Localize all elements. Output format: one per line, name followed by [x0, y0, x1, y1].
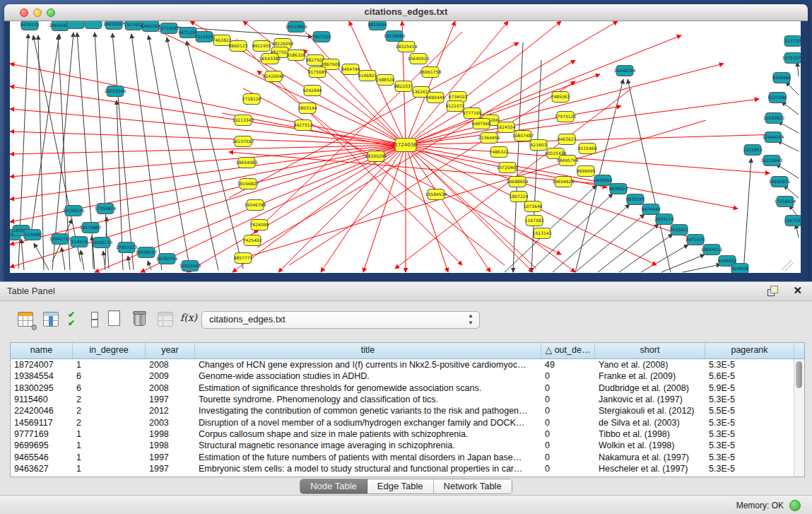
graph-node[interactable]: 9857771	[234, 253, 253, 264]
column-visibility-icon[interactable]	[41, 309, 61, 330]
graph-node[interactable]: 18300295	[365, 151, 387, 162]
function-builder-icon[interactable]: f(x)	[180, 309, 199, 330]
graph-node[interactable]: 18495794	[557, 156, 579, 166]
table-mode-icon[interactable]: ⚙	[16, 309, 35, 330]
close-panel-icon[interactable]: ✕	[793, 284, 802, 297]
column-header-title[interactable]: title	[195, 343, 541, 358]
graph-node[interactable]: 9115460	[578, 144, 597, 154]
graph-node[interactable]: 9463627	[558, 134, 577, 145]
graph-node[interactable]: 7857224	[312, 32, 331, 42]
vertical-scrollbar[interactable]	[794, 359, 804, 477]
table-row[interactable]: 1830029562008Estimation of significance …	[11, 382, 804, 394]
graph-node[interactable]: 115688	[24, 230, 41, 240]
graph-node[interactable]: 12093832	[763, 113, 785, 124]
graph-node[interactable]: 12923468	[180, 261, 201, 271]
graph-node[interactable]: 2933114	[655, 214, 674, 225]
graph-node[interactable]: 16448794	[614, 66, 636, 76]
graph-node[interactable]: 2803144	[298, 103, 317, 114]
graph-node[interactable]: 1724036	[394, 139, 417, 152]
column-header-short[interactable]: short	[595, 343, 705, 358]
window-titlebar[interactable]: citations_edges.txt	[4, 4, 808, 21]
graph-node[interactable]: 1807224	[510, 192, 529, 202]
graph-node[interactable]: 10653267	[103, 21, 125, 30]
graph-node[interactable]: 2718120	[242, 94, 261, 105]
citation-graph[interactable]: 9435572206914061065326715276026466160107…	[10, 21, 801, 273]
graph-node[interactable]: 16975887	[80, 223, 102, 233]
graph-node[interactable]: 19218986	[384, 31, 406, 42]
delete-column-icon[interactable]	[130, 309, 150, 330]
graph-node[interactable]: 20206576	[63, 206, 85, 216]
column-header-name[interactable]: name	[11, 343, 73, 358]
graph-node[interactable]: 12213343	[233, 115, 254, 126]
float-panel-icon[interactable]	[767, 286, 778, 296]
table-row[interactable]: 946554611997Estimation of the future num…	[11, 451, 804, 462]
graph-node[interactable]: 8660123	[229, 41, 248, 52]
scrollbar-thumb[interactable]	[796, 361, 802, 388]
graph-node[interactable]: 10719185	[158, 23, 180, 34]
row-height-icon[interactable]	[85, 309, 105, 330]
memory-indicator-icon[interactable]	[789, 500, 801, 511]
graph-node[interactable]: 21364456	[478, 133, 500, 144]
graph-node[interactable]: 16543382	[259, 54, 281, 64]
graph-node[interactable]: 17975125	[555, 112, 577, 122]
graph-node[interactable]: 1167533	[784, 216, 801, 226]
graph-node[interactable]: 7425402	[243, 235, 262, 246]
table-row[interactable]: 1872400712008Changes of HCN gene express…	[11, 359, 804, 370]
graph-node[interactable]: 8912955	[252, 41, 271, 52]
graph-node[interactable]: 15584534	[425, 189, 447, 200]
graph-node[interactable]: 1513143	[533, 228, 552, 239]
graph-node[interactable]: 8938923	[609, 184, 628, 194]
graph-node[interactable]: 1073646	[524, 201, 543, 212]
graph-node[interactable]: 1167583	[525, 216, 544, 226]
graph-node[interactable]: 19654923	[553, 177, 575, 187]
graph-node[interactable]: 8454749	[341, 64, 360, 75]
graph-node[interactable]: 10688609	[507, 177, 529, 187]
network-canvas[interactable]: 9435572206914061065326715276026466160107…	[10, 21, 801, 273]
graph-node[interactable]: 16107552	[233, 136, 254, 147]
graph-node[interactable]: 17957223	[116, 243, 138, 253]
graph-node[interactable]: 6879197	[626, 194, 645, 205]
graph-node[interactable]: 9777169	[463, 108, 482, 119]
graph-node[interactable]: 8813054	[368, 21, 387, 30]
new-column-icon[interactable]	[105, 309, 124, 330]
graph-node[interactable]: 1527602	[124, 21, 143, 30]
import-table-icon[interactable]	[155, 309, 175, 330]
graph-node[interactable]: 114519	[71, 237, 88, 247]
column-header-out_de[interactable]: △ out_de…	[541, 343, 595, 358]
graph-node[interactable]: 7624099	[250, 220, 269, 230]
column-header-pagerank[interactable]: pagerank	[705, 343, 794, 358]
graph-node[interactable]	[85, 21, 102, 29]
graph-node[interactable]: 18325419	[396, 42, 418, 52]
graph-node[interactable]: 13505135	[91, 238, 113, 248]
table-row[interactable]: 2242004622012Investigating the contribut…	[11, 405, 804, 416]
table-row[interactable]: 969969511998Structural magnetic resonanc…	[11, 440, 804, 451]
graph-node[interactable]: 17016534	[775, 197, 796, 207]
graph-node[interactable]: 9242844	[303, 86, 322, 96]
graph-node[interactable]: 1215953	[743, 145, 763, 156]
graph-node[interactable]: 9474444	[642, 204, 661, 215]
graph-node[interactable]: 1624554	[497, 122, 516, 133]
graph-node[interactable]: 7485063	[551, 92, 570, 103]
graph-node[interactable]: 12444154	[763, 132, 784, 143]
tab-edge-table[interactable]: Edge Table	[367, 479, 434, 493]
select-all-icon[interactable]: ✔✔	[65, 309, 85, 330]
graph-node[interactable]: 111730	[784, 36, 801, 47]
graph-node[interactable]: 7486322	[490, 147, 509, 158]
graph-node[interactable]: 9146821	[358, 71, 377, 81]
graph-node[interactable]: 10807487	[512, 131, 534, 141]
graph-node[interactable]: 1640954	[594, 175, 613, 186]
graph-node[interactable]: 9121072	[446, 101, 465, 112]
graph-node[interactable]: 16210643	[761, 156, 783, 166]
graph-node[interactable]: 16782759	[156, 254, 178, 264]
table-row[interactable]: 911546021997Tourette syndrome. Phenomeno…	[11, 394, 804, 405]
graph-node[interactable]: 6497568	[472, 119, 491, 129]
graph-node[interactable]: 15720407	[497, 163, 519, 173]
graph-node[interactable]: 22420046	[263, 71, 285, 82]
table-selector-dropdown[interactable]: citations_edges.txt ▲▼	[201, 311, 480, 329]
graph-node[interactable]: 9227349	[768, 93, 787, 103]
graph-node[interactable]: 19166827	[237, 179, 259, 189]
table-row[interactable]: 1456911722003Disruption of a novel membe…	[11, 416, 804, 428]
graph-node[interactable]: 9329966	[772, 73, 792, 83]
graph-node[interactable]: 9699695	[577, 166, 596, 177]
graph-node[interactable]: 924508	[731, 264, 748, 274]
